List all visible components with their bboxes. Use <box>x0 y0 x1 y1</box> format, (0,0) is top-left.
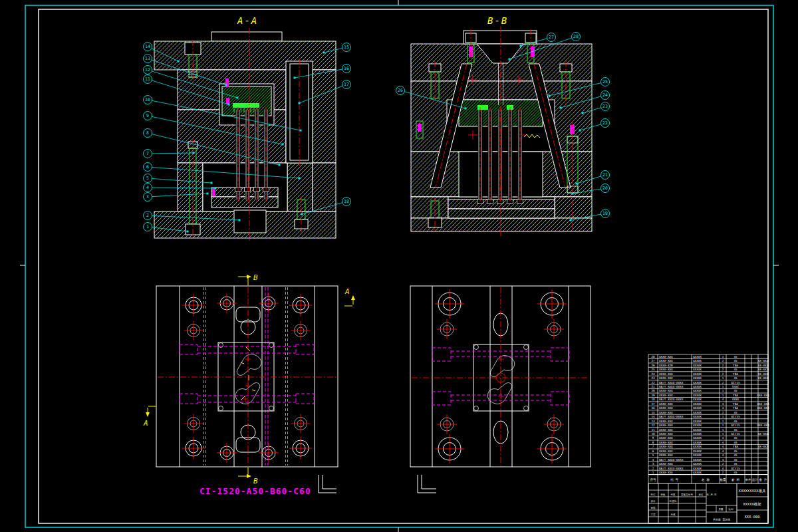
bom-cell: XXXX-XXX <box>659 454 673 457</box>
hole-centermark <box>184 414 203 434</box>
corner-screw <box>269 406 274 411</box>
leader-dot <box>579 130 581 132</box>
section-view-b-b: B-B <box>396 15 610 237</box>
balloon-number: 26 <box>398 88 403 93</box>
section-mark-a-right: A <box>344 287 355 306</box>
bom-cell: XXXX <box>732 398 739 401</box>
hole-centermark <box>182 294 205 317</box>
bom-cell: 8 <box>652 441 654 444</box>
bom-cell: 1 <box>722 420 724 423</box>
support-block <box>234 210 266 233</box>
bom-cell: XXXXX <box>693 376 702 380</box>
right-pillar <box>313 70 336 163</box>
corner-screw <box>474 345 479 350</box>
bom-cell: 2 <box>722 368 724 371</box>
section-mark-b-bottom: B <box>238 467 258 485</box>
leader-dot <box>570 219 572 221</box>
right-rail-b <box>555 197 592 218</box>
tb-label: 批准 <box>670 513 676 516</box>
bom-cell: 4 <box>722 398 724 401</box>
bom-cell: 1 <box>722 415 724 418</box>
bom-cell: 2 <box>722 372 724 376</box>
slide-channel-r <box>432 348 451 361</box>
balloon-number: 27 <box>549 35 554 40</box>
bom-header: 总计 <box>751 478 758 481</box>
bom-cell: 45 <box>733 471 737 474</box>
bom-cell: XXXXX <box>693 441 702 444</box>
bom-grid: 28XXXX-XXXXXXXX14527XXXX-XXXXXXXX245XX-X… <box>648 354 769 483</box>
tb-label: 质量 <box>718 508 724 511</box>
bom-cell: XXXX-XXX <box>659 402 673 406</box>
bom-cell: GCr15 <box>732 381 740 384</box>
bom-cell: 2 <box>722 359 724 362</box>
bom-cell: GCr15 <box>732 432 740 436</box>
bom-cell: XXXX-XXX <box>659 355 673 358</box>
molded-part-b <box>477 105 488 110</box>
bom-cell: XXXX-XXX <box>659 394 673 397</box>
leader-dot <box>237 97 239 99</box>
bom-cell: XXXXX <box>693 372 702 376</box>
bom-cell: 10 <box>651 432 655 436</box>
bom-cell: GCr15 <box>732 467 740 470</box>
hole-centermark <box>544 319 564 339</box>
bom-cell: 28 <box>651 355 655 358</box>
bom-cell: XXXXX <box>693 368 702 371</box>
slide-channel-lines <box>198 346 296 402</box>
bom-cell: XXXXX <box>693 381 702 384</box>
ejector-base-b <box>448 209 555 218</box>
corner-screw <box>524 406 529 411</box>
mark-letter: B <box>253 273 258 282</box>
part-core-hook <box>487 383 512 404</box>
tb-label: 分区 <box>670 493 676 496</box>
leader-dot <box>520 45 522 47</box>
balloon-number: 4 <box>146 185 149 190</box>
cad-drawing-canvas[interactable]: A-A <box>0 0 798 532</box>
bom-cell: XXXXX <box>693 402 702 406</box>
bom-cell: XXXX-XXX <box>659 411 673 414</box>
bom-cell: 45 <box>733 368 737 371</box>
bom-cell: S45C <box>732 385 739 388</box>
bom-cell: 45 <box>733 359 737 362</box>
bom-cell: 2 <box>722 462 724 466</box>
bom-cell: T8A <box>733 394 738 397</box>
hole-centermark <box>289 294 312 317</box>
bom-cell: 45 <box>733 458 737 462</box>
drawing-number: XXX-000 <box>744 515 759 519</box>
bom-cell: XX-XXX <box>758 445 769 448</box>
bom-header: 代 号 <box>670 478 678 481</box>
leader-dot <box>193 152 195 154</box>
bom-cell: XXX-XXX <box>757 402 769 406</box>
bom-cell: 1 <box>722 432 724 436</box>
bom-cell: GB/T XXXX-XXXX <box>659 415 684 418</box>
leader-dot <box>225 84 227 86</box>
bom-cell: T8A <box>733 406 738 410</box>
balloon-number: 28 <box>573 34 579 39</box>
bom-cell: 4 <box>722 402 724 406</box>
gate-marks <box>243 356 251 402</box>
leader-dot <box>465 108 467 110</box>
leader-dot <box>294 77 296 79</box>
bom-cell: XXXXX <box>693 462 702 466</box>
tb-label: 标记 <box>650 493 656 496</box>
bom-cell: XXXXX <box>693 436 702 440</box>
bom-cell: XXXX-XXX <box>659 368 673 371</box>
mark-letter: A <box>143 419 148 428</box>
bom-cell: XXXXX <box>693 424 702 427</box>
left-rail-b <box>411 197 448 218</box>
bom-cell: GCr15 <box>732 424 740 427</box>
bom-cell: 11 <box>651 428 655 432</box>
bom-cell: XXXXX <box>693 467 702 470</box>
section-a-title: A-A <box>237 15 258 26</box>
balloon-number: 9 <box>146 113 149 118</box>
section-b-title: B-B <box>487 15 508 26</box>
plan-view-right <box>410 286 591 493</box>
tb-label: 工艺 <box>650 513 656 516</box>
slide-channel <box>296 344 314 354</box>
slide-channel-r <box>551 392 569 405</box>
bom-cell: 45 <box>733 428 737 432</box>
bom-cell: GB/T XXXX-XXXX <box>659 467 684 470</box>
balloon-number: 18 <box>344 199 349 204</box>
bom-cell: XX-XXX <box>758 372 769 376</box>
bom-cell: GB/T XXXX-XXXX <box>659 381 684 384</box>
hole-centermark <box>184 321 203 340</box>
